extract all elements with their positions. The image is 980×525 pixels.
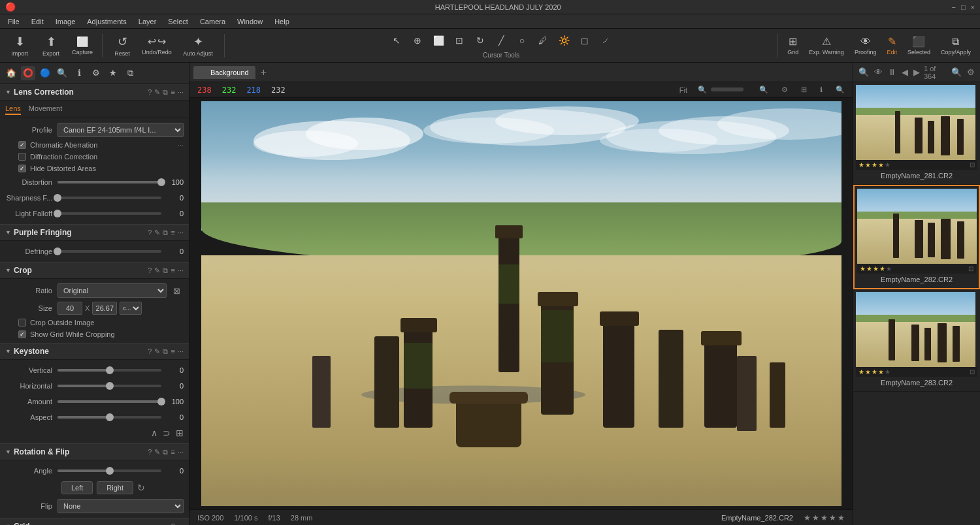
pf-menu-icon[interactable]: ≡ bbox=[171, 229, 174, 237]
menu-image[interactable]: Image bbox=[50, 16, 81, 27]
ts1-1[interactable]: ★ bbox=[858, 161, 864, 168]
more-icon-sm[interactable]: ··· bbox=[178, 88, 184, 97]
image-area[interactable] bbox=[189, 98, 853, 509]
rotate-right-button[interactable]: Right bbox=[97, 481, 133, 494]
edit-button[interactable]: ✎ Edit bbox=[883, 34, 901, 57]
star-5[interactable]: ★ bbox=[838, 513, 845, 522]
info-readout-icon[interactable]: ℹ bbox=[820, 86, 823, 94]
cursor-clone-tool[interactable]: 🔆 bbox=[555, 32, 572, 49]
tab-movement[interactable]: Movement bbox=[29, 103, 62, 115]
light-falloff-slider[interactable] bbox=[57, 212, 161, 215]
distortion-slider[interactable] bbox=[57, 181, 161, 183]
panel-icon-star[interactable]: ★ bbox=[106, 66, 120, 80]
close-btn[interactable]: × bbox=[971, 3, 975, 11]
cursor-arrow-tool[interactable]: ↖ bbox=[388, 32, 405, 49]
chromatic-aberration-row[interactable]: ✓ Chromatic Aberration ··· bbox=[0, 139, 189, 151]
rt-search-icon[interactable]: 🔍 bbox=[950, 66, 963, 78]
rt-eye-icon[interactable]: 👁 bbox=[873, 66, 884, 78]
rt-pause-icon[interactable]: ⏸ bbox=[887, 66, 898, 78]
cursor-rotate-tool[interactable]: ↻ bbox=[472, 32, 489, 49]
diffraction-correction-checkbox[interactable] bbox=[18, 153, 26, 161]
ts1-2[interactable]: ★ bbox=[865, 161, 871, 168]
amount-slider[interactable] bbox=[57, 400, 161, 403]
vertical-slider[interactable] bbox=[57, 369, 161, 372]
ts3-3[interactable]: ★ bbox=[872, 368, 877, 375]
reset-button[interactable]: ↺ Reset bbox=[108, 31, 137, 60]
purple-fringing-header[interactable]: ▼ Purple Fringing ? ✎ ⧉ ≡ ··· bbox=[0, 224, 189, 241]
cursor-select-tool[interactable]: ⬜ bbox=[430, 32, 447, 49]
ts3-2[interactable]: ★ bbox=[865, 368, 871, 375]
pf-more-icon[interactable]: ··· bbox=[178, 229, 184, 237]
star-4[interactable]: ★ bbox=[829, 513, 836, 522]
grid-button[interactable]: ⊞ Grid bbox=[783, 34, 802, 57]
ratio-select[interactable]: Original bbox=[57, 283, 167, 298]
keystone-angle-icon[interactable]: ∧ bbox=[151, 428, 157, 438]
toggle-view-icon[interactable]: ⊞ bbox=[801, 86, 807, 94]
horizontal-slider[interactable] bbox=[57, 385, 161, 387]
ts2-1[interactable]: ★ bbox=[860, 265, 866, 272]
flip-select[interactable]: None bbox=[57, 499, 184, 513]
menu-adjustments[interactable]: Adjustments bbox=[82, 16, 132, 27]
keystone-right-icon[interactable]: ⊃ bbox=[163, 428, 171, 438]
hide-distorted-checkbox[interactable]: ✓ bbox=[18, 165, 26, 172]
zoom-icon-1[interactable]: 🔍 bbox=[698, 86, 707, 94]
ts2-4[interactable]: ★ bbox=[879, 265, 885, 272]
pf-help-icon[interactable]: ? bbox=[148, 229, 152, 237]
exp-warning-button[interactable]: ⚠ Exp. Warning bbox=[805, 34, 848, 57]
proofing-button[interactable]: 👁 Proofing bbox=[851, 35, 881, 57]
panel-icon-camera[interactable]: ⭕ bbox=[21, 66, 35, 80]
ts2-3[interactable]: ★ bbox=[873, 265, 879, 272]
menu-select[interactable]: Select bbox=[163, 16, 193, 27]
profile-select[interactable]: Canon EF 24-105mm f/4L I... bbox=[57, 123, 184, 137]
ts3-5[interactable]: ★ bbox=[885, 368, 890, 375]
star-3[interactable]: ★ bbox=[821, 513, 828, 522]
rf-help-icon[interactable]: ? bbox=[148, 448, 152, 456]
cursor-erase-tool[interactable]: ◻ bbox=[576, 32, 593, 49]
ts1-4[interactable]: ★ bbox=[878, 161, 884, 168]
reset-rotation-icon[interactable]: ↻ bbox=[137, 483, 145, 493]
thumb-expand-3[interactable]: ⊡ bbox=[970, 368, 975, 375]
show-grid-row[interactable]: ✓ Show Grid While Cropping bbox=[0, 328, 189, 340]
add-tab-button[interactable]: + bbox=[258, 67, 269, 78]
cursor-line-tool[interactable]: ╱ bbox=[493, 32, 510, 49]
gr-help-icon[interactable]: ? bbox=[171, 522, 175, 525]
ts2-2[interactable]: ★ bbox=[866, 265, 872, 272]
background-tab[interactable]: Background bbox=[193, 66, 255, 79]
edit-icon-sm[interactable]: ✎ bbox=[154, 88, 160, 97]
crop-header[interactable]: ▼ Crop ? ✎ ⧉ ≡ ··· bbox=[0, 262, 189, 279]
crop-menu-icon[interactable]: ≡ bbox=[171, 266, 174, 275]
selected-button[interactable]: ⬛ Selected bbox=[904, 34, 934, 57]
panel-icon-home[interactable]: 🏠 bbox=[4, 66, 18, 80]
chromatic-options-icon[interactable]: ··· bbox=[178, 141, 184, 149]
rotate-left-button[interactable]: Left bbox=[61, 481, 93, 494]
star-1[interactable]: ★ bbox=[804, 513, 811, 522]
ts2-5[interactable]: ★ bbox=[886, 265, 892, 272]
pf-edit-icon[interactable]: ✎ bbox=[154, 229, 160, 237]
image-canvas[interactable] bbox=[201, 101, 841, 506]
menu-help[interactable]: Help bbox=[269, 16, 295, 27]
panel-icon-circle[interactable]: 🔵 bbox=[38, 66, 52, 80]
cursor-crop-tool[interactable]: ⊕ bbox=[409, 32, 426, 49]
ks-menu-icon[interactable]: ≡ bbox=[171, 347, 174, 356]
keystone-grid-icon[interactable]: ⊞ bbox=[176, 428, 184, 438]
size-unit-select[interactable]: c... bbox=[120, 302, 142, 315]
cursor-circle-tool[interactable]: ○ bbox=[514, 32, 531, 49]
ks-help-icon[interactable]: ? bbox=[148, 347, 152, 356]
rotation-flip-header[interactable]: ▼ Rotation & Flip ? ✎ ⧉ ≡ ··· bbox=[0, 443, 189, 460]
crop-copy-icon[interactable]: ⧉ bbox=[163, 266, 168, 275]
crop-outside-row[interactable]: Crop Outside Image bbox=[0, 317, 189, 328]
rf-edit-icon[interactable]: ✎ bbox=[154, 448, 160, 456]
rt-filter-icon[interactable]: ⚙ bbox=[966, 66, 976, 78]
tab-lens[interactable]: Lens bbox=[5, 103, 21, 115]
panel-icon-settings[interactable]: ⚙ bbox=[89, 66, 103, 80]
minimize-btn[interactable]: − bbox=[951, 3, 955, 11]
menu-edit[interactable]: Edit bbox=[26, 16, 49, 27]
menu-layer[interactable]: Layer bbox=[133, 16, 162, 27]
panel-icon-layers[interactable]: ⧉ bbox=[123, 66, 137, 80]
panel-icon-info[interactable]: ℹ bbox=[72, 66, 86, 80]
size-height-input[interactable] bbox=[92, 302, 117, 315]
ks-edit-icon[interactable]: ✎ bbox=[154, 347, 160, 356]
ts1-5[interactable]: ★ bbox=[885, 161, 890, 168]
thumb-expand-2[interactable]: ⊡ bbox=[968, 265, 973, 272]
rt-next-icon[interactable]: ▶ bbox=[912, 66, 921, 78]
